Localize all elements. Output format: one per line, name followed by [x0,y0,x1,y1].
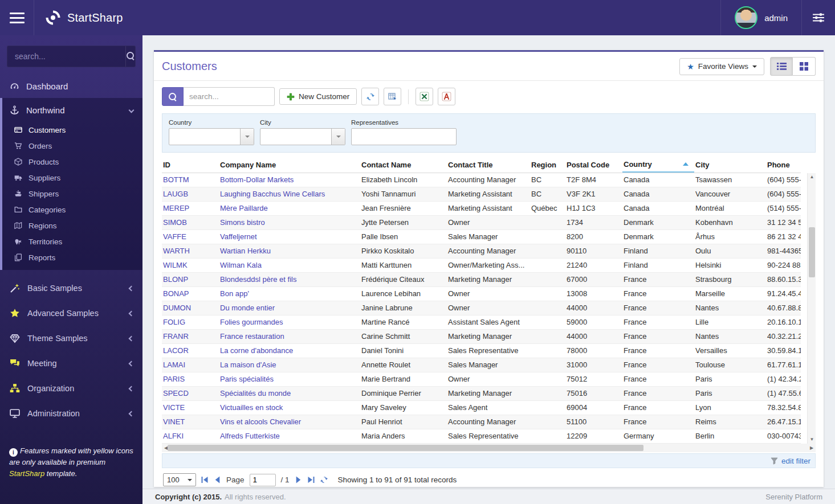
sidebar-subitem-regions[interactable]: Regions [0,218,142,233]
customer-id-link[interactable]: BONAP [162,287,219,301]
customer-id-link[interactable]: SIMOB [162,216,219,230]
select-arrow-icon[interactable] [240,129,254,145]
column-header-id[interactable]: ID [162,157,219,173]
company-name-link[interactable]: La maison d'Asie [219,358,360,372]
company-name-link[interactable]: France restauration [219,330,360,343]
sidebar-section-organization[interactable]: Organization [0,376,142,401]
table-row[interactable]: BONAPBon app'Laurence LebihanOwner13008F… [162,287,801,301]
select-arrow-icon[interactable] [331,129,345,145]
company-name-link[interactable]: Blondesddsl père et fils [219,273,360,286]
horizontal-scroll-thumb[interactable] [168,445,643,451]
company-name-link[interactable]: La corne d'abondance [219,344,360,358]
edit-filter-link[interactable]: edit filter [781,457,810,465]
table-row[interactable]: LAMAILa maison d'AsieAnnette RouletSales… [162,358,801,372]
customer-id-link[interactable]: BLONP [162,273,219,286]
column-header-contact[interactable]: Contact Name [360,157,447,173]
sidebar-section-advanced-samples[interactable]: Advanced Samples [0,301,142,326]
customer-id-link[interactable]: FOLIG [162,315,219,329]
company-name-link[interactable]: Alfreds Futterkiste [219,429,360,443]
table-row[interactable]: FRANRFrance restaurationCarine SchmittMa… [162,330,801,344]
pager-refresh-button[interactable] [320,476,328,484]
sidebar-section-meeting[interactable]: Meeting [0,351,142,376]
sidebar-subitem-orders[interactable]: Orders [0,138,142,154]
customer-id-link[interactable]: MEREP [162,202,219,215]
user-menu[interactable]: admin [721,0,801,35]
pdf-export-button[interactable] [438,88,455,105]
customer-id-link[interactable]: VINET [162,415,219,429]
column-header-postal[interactable]: Postal Code [565,157,622,173]
quick-search-input[interactable] [184,87,275,106]
column-header-phone[interactable]: Phone [766,157,801,173]
customer-id-link[interactable]: FRANR [162,330,219,343]
page-size-select[interactable]: 100 [163,473,196,486]
customer-id-link[interactable]: LAUGB [162,187,219,201]
quick-search-button[interactable] [162,87,184,106]
company-name-link[interactable]: Vaffeljernet [219,230,360,244]
company-name-link[interactable]: Vins et alcools Chevalier [219,415,360,429]
company-name-link[interactable]: Paris spécialités [219,372,360,386]
table-row[interactable]: LAUGBLaughing Bacchus Wine CellarsYoshi … [162,187,801,202]
customer-id-link[interactable]: PARIS [162,372,219,386]
table-row[interactable]: DUMONDu monde entierJanine LabruneOwner4… [162,301,801,315]
table-row[interactable]: FOLIGFolies gourmandesMartine RancéAssis… [162,315,801,330]
company-name-link[interactable]: Wartian Herkku [219,244,360,258]
column-header-company[interactable]: Company Name [219,157,360,173]
table-row[interactable]: MEREPMère PaillardeJean FresnièreMarketi… [162,202,801,216]
sidebar-item-northwind[interactable]: Northwind [0,98,142,122]
vertical-scroll-thumb[interactable] [809,227,815,277]
brand[interactable]: StartSharp [34,9,123,26]
refresh-button[interactable] [361,88,379,105]
country-select[interactable] [169,128,254,145]
customer-id-link[interactable]: LAMAI [162,358,219,372]
company-name-link[interactable]: Wilman Kala [219,259,360,272]
customer-id-link[interactable]: VAFFE [162,230,219,244]
list-view-button[interactable] [770,57,793,76]
table-row[interactable]: WILMKWilman KalaMatti KarttunenOwner/Mar… [162,259,801,273]
company-name-link[interactable]: Bon app' [219,287,360,301]
scroll-up-arrow[interactable]: ▲ [808,173,816,181]
column-picker-button[interactable] [384,88,401,105]
city-select[interactable] [260,128,345,145]
company-name-link[interactable]: Laughing Bacchus Wine Cellars [219,187,360,201]
excel-export-button[interactable] [416,88,433,105]
table-row[interactable]: ALFKIAlfreds FutterkisteMaria AndersSale… [162,429,801,444]
next-page-button[interactable] [295,476,302,483]
company-name-link[interactable]: Folies gourmandes [219,315,360,329]
column-header-city[interactable]: City [694,157,766,173]
table-row[interactable]: BLONPBlondesddsl père et filsFrédérique … [162,273,801,287]
sidebar-subitem-territories[interactable]: Territories [0,233,142,249]
company-name-link[interactable]: Mère Paillarde [219,202,360,215]
scroll-down-arrow[interactable]: ▼ [808,436,816,444]
table-row[interactable]: SPECDSpécialités du mondeDominique Perri… [162,387,801,401]
customer-id-link[interactable]: VICTE [162,401,219,415]
table-row[interactable]: VINETVins et alcools ChevalierPaul Henri… [162,415,801,429]
sidebar-subitem-customers[interactable]: Customers [0,122,142,138]
customer-id-link[interactable]: WARTH [162,244,219,258]
company-name-link[interactable]: Victuailles en stock [219,401,360,415]
table-row[interactable]: VICTEVictuailles en stockMary SaveleySal… [162,401,801,415]
hamburger-menu-icon[interactable] [0,0,34,35]
sidebar-section-theme-samples[interactable]: Theme Samples [0,326,142,351]
sidebar-subitem-reports[interactable]: Reports [0,249,142,265]
company-name-link[interactable]: Simons bistro [219,216,360,230]
company-name-link[interactable]: Bottom-Dollar Markets [219,173,360,187]
table-row[interactable]: LACORLa corne d'abondanceDaniel ToniniSa… [162,344,801,358]
sidebar-subitem-suppliers[interactable]: Suppliers [0,170,142,186]
settings-sliders-icon[interactable] [802,0,835,35]
vertical-scrollbar[interactable]: ▲ ▼ [807,173,816,444]
column-header-country[interactable]: Country [622,157,694,173]
customer-id-link[interactable]: ALFKI [162,429,219,443]
sidebar-subitem-shippers[interactable]: Shippers [0,186,142,202]
sidebar-item-dashboard[interactable]: Dashboard [0,74,142,98]
customer-id-link[interactable]: DUMON [162,301,219,315]
last-page-button[interactable] [307,476,315,483]
sidebar-search-input[interactable] [7,46,125,67]
representatives-input[interactable] [351,128,457,145]
column-header-region[interactable]: Region [530,157,565,173]
sidebar-subitem-products[interactable]: Products [0,154,142,170]
previous-page-button[interactable] [214,476,221,483]
column-header-title[interactable]: Contact Title [447,157,530,173]
company-name-link[interactable]: Du monde entier [219,301,360,315]
sidebar-subitem-categories[interactable]: Categories [0,202,142,218]
table-row[interactable]: PARISParis spécialitésMarie BertrandOwne… [162,372,801,387]
